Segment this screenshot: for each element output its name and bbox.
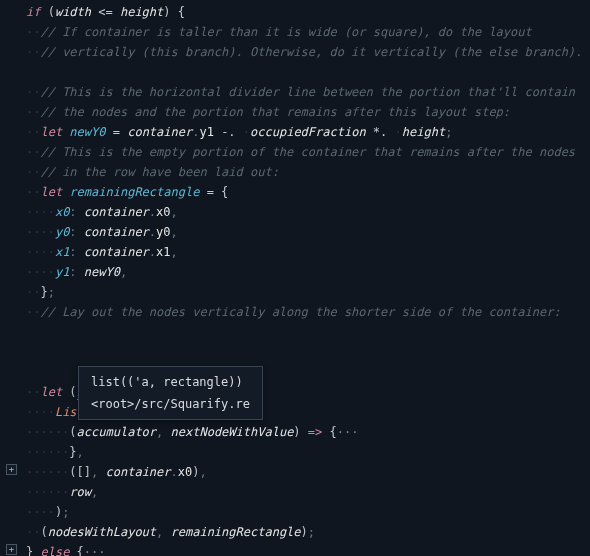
identifier: height xyxy=(120,5,163,19)
code-line[interactable]: ··}; xyxy=(26,282,590,302)
record-key: y1 xyxy=(55,265,69,279)
tooltip-type: list(('a, rectangle)) xyxy=(91,373,250,391)
blank-line xyxy=(26,62,590,82)
code-line[interactable]: ····x1: container.x1, xyxy=(26,242,590,262)
brace: = { xyxy=(199,185,228,199)
code-line[interactable]: ······row, xyxy=(26,482,590,502)
code-line[interactable]: ······(accumulator, nextNodeWithValue) =… xyxy=(26,422,590,442)
keyword-let: let xyxy=(40,125,62,139)
member: y1 xyxy=(199,125,213,139)
code-line[interactable]: ··// This is the empty portion of the co… xyxy=(26,142,590,162)
code-line[interactable]: ··let remainingRectangle = { xyxy=(26,182,590,202)
comma: , xyxy=(120,265,127,279)
code-line[interactable]: ······([], container.x0), xyxy=(26,462,590,482)
code-lines: if (width <= height) { ··// If container… xyxy=(0,2,590,556)
code-line[interactable]: ····); xyxy=(26,502,590,522)
hover-tooltip: list(('a, rectangle)) <root>/src/Squarif… xyxy=(78,366,263,420)
record-key: x0 xyxy=(55,205,69,219)
identifier: nodesWithLayout xyxy=(48,525,156,539)
operator: <= xyxy=(91,5,120,19)
comma: , xyxy=(171,245,178,259)
semicolon: ; xyxy=(445,125,452,139)
blank-line xyxy=(26,322,590,342)
brace: { xyxy=(69,545,83,556)
comment: // Lay out the nodes vertically along th… xyxy=(40,305,560,319)
comment: // This is the empty portion of the cont… xyxy=(40,145,575,159)
fold-ellipsis[interactable]: ··· xyxy=(84,545,106,556)
comma: , xyxy=(91,485,98,499)
code-line[interactable]: ··let newY0 = container.y1 -. ·occupiedF… xyxy=(26,122,590,142)
identifier: occupiedFraction xyxy=(250,125,366,139)
identifier: container xyxy=(127,125,192,139)
brace: } xyxy=(40,285,47,299)
dot: . xyxy=(171,465,178,479)
code-line[interactable]: ··// This is the horizontal divider line… xyxy=(26,82,590,102)
semicolon: ; xyxy=(308,525,315,539)
blank-line xyxy=(26,342,590,362)
code-line[interactable]: ··// Lay out the nodes vertically along … xyxy=(26,302,590,322)
identifier: container xyxy=(84,225,149,239)
code-line[interactable]: ··(nodesWithLayout, remainingRectangle); xyxy=(26,522,590,542)
comma: , xyxy=(77,445,84,459)
code-line[interactable]: ··// If container is taller than it is w… xyxy=(26,22,590,42)
paren: ( xyxy=(40,5,54,19)
brace: { xyxy=(178,5,185,19)
identifier: remainingRectangle xyxy=(171,525,301,539)
code-line[interactable]: ····y0: container.y0, xyxy=(26,222,590,242)
dot: . xyxy=(149,225,156,239)
operator: *. xyxy=(366,125,395,139)
code-line[interactable]: ··// vertically (this branch). Otherwise… xyxy=(26,42,590,62)
record-key: x1 xyxy=(55,245,69,259)
brace: } xyxy=(69,445,76,459)
code-line[interactable]: } else {··· xyxy=(26,542,590,556)
identifier: row xyxy=(69,485,91,499)
code-line[interactable]: ··// in the row have been laid out: xyxy=(26,162,590,182)
definition: newY0 xyxy=(62,125,105,139)
paren: ) xyxy=(301,525,308,539)
code-editor[interactable]: + + if (width <= height) { ··// If conta… xyxy=(0,0,590,556)
dot: . xyxy=(149,245,156,259)
operator: = xyxy=(106,125,128,139)
paren: ( xyxy=(62,385,76,399)
fold-ellipsis[interactable]: ··· xyxy=(337,425,359,439)
paren: ) xyxy=(293,425,307,439)
identifier: nextNodeWithValue xyxy=(171,425,294,439)
fold-marker-icon[interactable]: + xyxy=(6,544,17,555)
identifier: container xyxy=(84,245,149,259)
code-line[interactable]: if (width <= height) { xyxy=(26,2,590,22)
tooltip-path: <root>/src/Squarify.re xyxy=(91,395,250,413)
operator: -. xyxy=(214,125,243,139)
semicolon: ; xyxy=(48,285,55,299)
code-line[interactable]: ····x0: container.x0, xyxy=(26,202,590,222)
code-line[interactable]: ····y1: newY0, xyxy=(26,262,590,282)
identifier: width xyxy=(55,5,91,19)
paren: ) xyxy=(163,5,177,19)
identifier: container xyxy=(106,465,171,479)
keyword-else: else xyxy=(40,545,69,556)
comment: // If container is taller than it is wid… xyxy=(40,25,531,39)
identifier: container xyxy=(84,205,149,219)
dot: . xyxy=(149,205,156,219)
fold-marker-icon[interactable]: + xyxy=(6,464,17,475)
comment: // This is the horizontal divider line b… xyxy=(40,85,575,99)
identifier: accumulator xyxy=(77,425,156,439)
definition: remainingRectangle xyxy=(62,185,199,199)
code-line[interactable]: ··// the nodes and the portion that rema… xyxy=(26,102,590,122)
comma: , xyxy=(171,205,178,219)
identifier: height xyxy=(402,125,445,139)
comment: // in the row have been laid out: xyxy=(40,165,278,179)
keyword-let: let xyxy=(40,385,62,399)
keyword-let: let xyxy=(40,185,62,199)
brace: { xyxy=(322,425,336,439)
arrow: => xyxy=(308,425,322,439)
paren: ( xyxy=(69,425,76,439)
comma: , xyxy=(199,465,206,479)
gutter: + + xyxy=(0,0,22,556)
comma: , xyxy=(171,225,178,239)
code-line[interactable]: ······}, xyxy=(26,442,590,462)
semicolon: ; xyxy=(62,505,69,519)
comment: // vertically (this branch). Otherwise, … xyxy=(40,45,582,59)
paren: ( xyxy=(40,525,47,539)
record-key: y0 xyxy=(55,225,69,239)
comment: // the nodes and the portion that remain… xyxy=(40,105,510,119)
